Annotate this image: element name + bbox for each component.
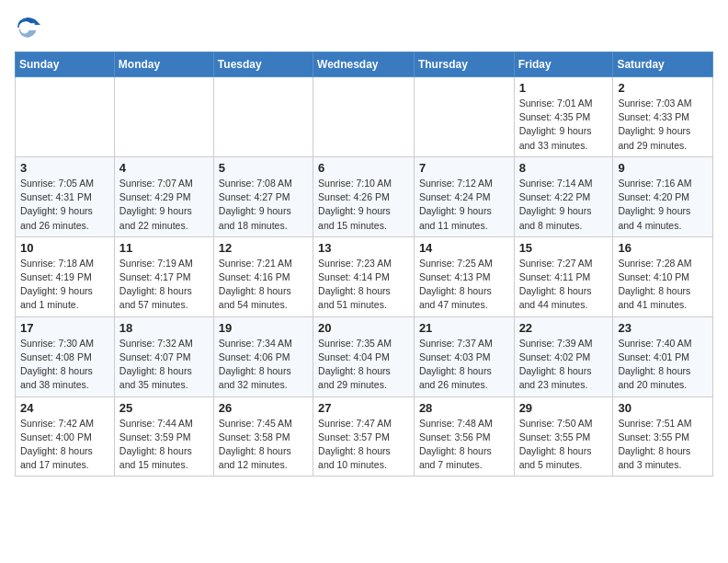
calendar-cell: 19Sunrise: 7:34 AM Sunset: 4:06 PM Dayli… <box>213 316 313 396</box>
calendar-cell: 21Sunrise: 7:37 AM Sunset: 4:03 PM Dayli… <box>414 316 514 396</box>
calendar-cell <box>414 77 514 157</box>
day-number: 1 <box>519 81 609 95</box>
calendar-cell: 12Sunrise: 7:21 AM Sunset: 4:16 PM Dayli… <box>213 236 313 316</box>
calendar-cell: 7Sunrise: 7:12 AM Sunset: 4:24 PM Daylig… <box>414 156 514 236</box>
day-number: 20 <box>318 321 409 335</box>
calendar-cell: 2Sunrise: 7:03 AM Sunset: 4:33 PM Daylig… <box>613 77 713 157</box>
day-number: 29 <box>519 401 609 415</box>
day-detail: Sunrise: 7:16 AM Sunset: 4:20 PM Dayligh… <box>618 177 708 233</box>
calendar-cell: 4Sunrise: 7:07 AM Sunset: 4:29 PM Daylig… <box>114 156 213 236</box>
day-number: 10 <box>20 241 109 255</box>
day-detail: Sunrise: 7:18 AM Sunset: 4:19 PM Dayligh… <box>20 257 109 313</box>
calendar-cell: 3Sunrise: 7:05 AM Sunset: 4:31 PM Daylig… <box>16 156 115 236</box>
calendar-cell: 30Sunrise: 7:51 AM Sunset: 3:55 PM Dayli… <box>613 396 713 477</box>
calendar-cell: 18Sunrise: 7:32 AM Sunset: 4:07 PM Dayli… <box>114 316 213 396</box>
day-detail: Sunrise: 7:08 AM Sunset: 4:27 PM Dayligh… <box>219 177 308 233</box>
calendar-cell: 17Sunrise: 7:30 AM Sunset: 4:08 PM Dayli… <box>16 316 115 396</box>
calendar-row-1: 3Sunrise: 7:05 AM Sunset: 4:31 PM Daylig… <box>16 156 713 236</box>
day-detail: Sunrise: 7:34 AM Sunset: 4:06 PM Dayligh… <box>219 337 308 393</box>
logo <box>15 15 44 40</box>
calendar-cell: 5Sunrise: 7:08 AM Sunset: 4:27 PM Daylig… <box>213 156 313 236</box>
day-detail: Sunrise: 7:19 AM Sunset: 4:17 PM Dayligh… <box>119 257 209 313</box>
day-detail: Sunrise: 7:45 AM Sunset: 3:58 PM Dayligh… <box>219 417 308 473</box>
header-saturday: Saturday <box>613 52 713 77</box>
day-detail: Sunrise: 7:35 AM Sunset: 4:04 PM Dayligh… <box>318 337 409 393</box>
day-detail: Sunrise: 7:39 AM Sunset: 4:02 PM Dayligh… <box>519 337 609 393</box>
calendar-cell: 22Sunrise: 7:39 AM Sunset: 4:02 PM Dayli… <box>514 316 613 396</box>
day-detail: Sunrise: 7:23 AM Sunset: 4:14 PM Dayligh… <box>318 257 409 313</box>
calendar-cell: 14Sunrise: 7:25 AM Sunset: 4:13 PM Dayli… <box>414 236 514 316</box>
calendar-cell <box>16 77 115 157</box>
header-friday: Friday <box>514 52 613 77</box>
header-row: SundayMondayTuesdayWednesdayThursdayFrid… <box>16 52 713 77</box>
day-detail: Sunrise: 7:48 AM Sunset: 3:56 PM Dayligh… <box>419 417 509 473</box>
day-number: 2 <box>618 81 708 95</box>
day-number: 3 <box>20 161 109 175</box>
header-sunday: Sunday <box>16 52 115 77</box>
day-detail: Sunrise: 7:42 AM Sunset: 4:00 PM Dayligh… <box>20 417 109 473</box>
calendar-cell: 8Sunrise: 7:14 AM Sunset: 4:22 PM Daylig… <box>514 156 613 236</box>
calendar-cell <box>114 77 213 157</box>
calendar-cell: 11Sunrise: 7:19 AM Sunset: 4:17 PM Dayli… <box>114 236 213 316</box>
calendar-cell: 29Sunrise: 7:50 AM Sunset: 3:55 PM Dayli… <box>514 396 613 477</box>
day-number: 19 <box>219 321 308 335</box>
day-detail: Sunrise: 7:37 AM Sunset: 4:03 PM Dayligh… <box>419 337 509 393</box>
day-detail: Sunrise: 7:28 AM Sunset: 4:10 PM Dayligh… <box>618 257 708 313</box>
day-detail: Sunrise: 7:27 AM Sunset: 4:11 PM Dayligh… <box>519 257 609 313</box>
day-number: 26 <box>219 401 308 415</box>
day-number: 11 <box>119 241 209 255</box>
calendar-cell: 9Sunrise: 7:16 AM Sunset: 4:20 PM Daylig… <box>613 156 713 236</box>
calendar-cell: 20Sunrise: 7:35 AM Sunset: 4:04 PM Dayli… <box>313 316 415 396</box>
calendar-cell: 13Sunrise: 7:23 AM Sunset: 4:14 PM Dayli… <box>313 236 415 316</box>
day-number: 6 <box>318 161 409 175</box>
header-wednesday: Wednesday <box>313 52 415 77</box>
calendar-row-3: 17Sunrise: 7:30 AM Sunset: 4:08 PM Dayli… <box>16 316 713 396</box>
day-detail: Sunrise: 7:47 AM Sunset: 3:57 PM Dayligh… <box>318 417 409 473</box>
calendar-cell: 25Sunrise: 7:44 AM Sunset: 3:59 PM Dayli… <box>114 396 213 477</box>
day-number: 30 <box>618 401 708 415</box>
day-detail: Sunrise: 7:10 AM Sunset: 4:26 PM Dayligh… <box>318 177 409 233</box>
calendar-cell: 24Sunrise: 7:42 AM Sunset: 4:00 PM Dayli… <box>16 396 115 477</box>
header-thursday: Thursday <box>414 52 514 77</box>
calendar-row-0: 1Sunrise: 7:01 AM Sunset: 4:35 PM Daylig… <box>16 77 713 157</box>
header-tuesday: Tuesday <box>213 52 313 77</box>
day-number: 5 <box>219 161 308 175</box>
day-number: 9 <box>618 161 708 175</box>
calendar-cell: 1Sunrise: 7:01 AM Sunset: 4:35 PM Daylig… <box>514 77 613 157</box>
day-number: 13 <box>318 241 409 255</box>
day-detail: Sunrise: 7:07 AM Sunset: 4:29 PM Dayligh… <box>119 177 209 233</box>
logo-icon <box>15 15 40 40</box>
calendar-table: SundayMondayTuesdayWednesdayThursdayFrid… <box>15 52 713 477</box>
day-detail: Sunrise: 7:01 AM Sunset: 4:35 PM Dayligh… <box>519 97 609 153</box>
day-detail: Sunrise: 7:32 AM Sunset: 4:07 PM Dayligh… <box>119 337 209 393</box>
calendar-cell: 16Sunrise: 7:28 AM Sunset: 4:10 PM Dayli… <box>613 236 713 316</box>
day-detail: Sunrise: 7:21 AM Sunset: 4:16 PM Dayligh… <box>219 257 308 313</box>
day-detail: Sunrise: 7:03 AM Sunset: 4:33 PM Dayligh… <box>618 97 708 153</box>
svg-marker-0 <box>35 19 40 25</box>
calendar-cell: 27Sunrise: 7:47 AM Sunset: 3:57 PM Dayli… <box>313 396 415 477</box>
calendar-cell: 10Sunrise: 7:18 AM Sunset: 4:19 PM Dayli… <box>16 236 115 316</box>
day-number: 12 <box>219 241 308 255</box>
day-number: 17 <box>20 321 109 335</box>
calendar-cell <box>313 77 415 157</box>
header-monday: Monday <box>114 52 213 77</box>
day-detail: Sunrise: 7:25 AM Sunset: 4:13 PM Dayligh… <box>419 257 509 313</box>
day-number: 23 <box>618 321 708 335</box>
calendar-cell: 23Sunrise: 7:40 AM Sunset: 4:01 PM Dayli… <box>613 316 713 396</box>
day-number: 15 <box>519 241 609 255</box>
day-number: 4 <box>119 161 209 175</box>
calendar-cell: 26Sunrise: 7:45 AM Sunset: 3:58 PM Dayli… <box>213 396 313 477</box>
day-number: 21 <box>419 321 509 335</box>
day-number: 14 <box>419 241 509 255</box>
day-detail: Sunrise: 7:51 AM Sunset: 3:55 PM Dayligh… <box>618 417 708 473</box>
calendar-cell: 6Sunrise: 7:10 AM Sunset: 4:26 PM Daylig… <box>313 156 415 236</box>
day-number: 7 <box>419 161 509 175</box>
day-number: 18 <box>119 321 209 335</box>
calendar-cell <box>213 77 313 157</box>
day-number: 16 <box>618 241 708 255</box>
calendar-cell: 15Sunrise: 7:27 AM Sunset: 4:11 PM Dayli… <box>514 236 613 316</box>
calendar-row-4: 24Sunrise: 7:42 AM Sunset: 4:00 PM Dayli… <box>16 396 713 477</box>
day-number: 25 <box>119 401 209 415</box>
day-number: 24 <box>20 401 109 415</box>
page-header <box>15 15 713 40</box>
